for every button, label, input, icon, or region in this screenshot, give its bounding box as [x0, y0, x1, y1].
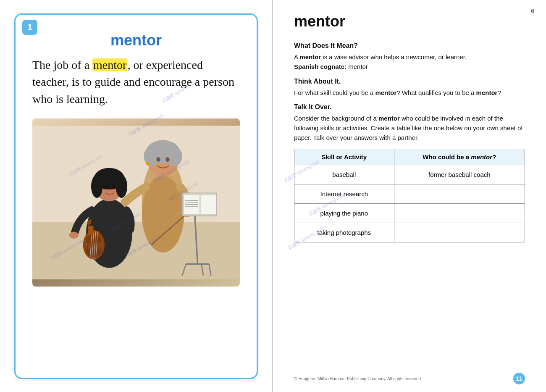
- section1-text1: A: [294, 53, 299, 61]
- activity-table: Skill or Activity Who could be a mentor?…: [294, 149, 525, 242]
- table-cell-skill-4: taking photographs: [294, 223, 394, 242]
- card-number: 1: [22, 20, 37, 35]
- left-page: 1 mentor The job of a mentor, or experie…: [0, 0, 273, 392]
- table-cell-mentor-1: former baseball coach: [394, 165, 525, 184]
- footer: © Houghton Mifflin Harcourt Publishing C…: [294, 373, 525, 384]
- card-illustration: 启蒙塾 qimeng.club 启蒙塾 qimeng.club 启蒙塾 qime…: [32, 118, 240, 287]
- svg-point-20: [112, 185, 116, 189]
- page-number-top: 6: [531, 8, 534, 14]
- card-definition-text: The job of a mentor, or experienced teac…: [32, 57, 240, 108]
- svg-point-19: [103, 185, 107, 189]
- table-header-mentor: Who could be a mentor?: [394, 149, 525, 165]
- table-cell-mentor-3: [394, 203, 525, 223]
- table-cell-skill-2: Internet research: [294, 184, 394, 203]
- copyright-text: © Houghton Mifflin Harcourt Publishing C…: [294, 376, 422, 381]
- svg-point-21: [69, 232, 79, 239]
- table-header-skill: Skill or Activity: [294, 149, 394, 165]
- table-row: taking photographs: [294, 223, 525, 242]
- section1-heading: What Does It Mean?: [294, 42, 525, 50]
- table-cell-mentor-2: [394, 184, 525, 203]
- table-cell-skill-3: playing the piano: [294, 203, 394, 223]
- section3-text: Consider the background of a mentor who …: [294, 113, 525, 143]
- svg-point-10: [165, 157, 169, 162]
- table-row: baseball former baseball coach: [294, 165, 525, 184]
- section1-bold1: mentor: [299, 53, 321, 61]
- text-before-highlight: The job of a: [32, 58, 92, 71]
- svg-point-9: [156, 157, 160, 162]
- svg-point-17: [91, 175, 102, 198]
- table-row: playing the piano: [294, 203, 525, 223]
- section1-text2: is a wise advisor who helps a newcomer, …: [321, 53, 467, 61]
- cognate-label: Spanish cognate:: [294, 63, 346, 70]
- section2-bold2: mentor: [476, 89, 498, 96]
- section3-heading: Talk It Over.: [294, 103, 525, 111]
- svg-point-18: [116, 175, 127, 198]
- svg-rect-25: [88, 243, 100, 249]
- section3-text1: Consider the background of a: [294, 115, 378, 122]
- table-cell-skill-1: baseball: [294, 165, 394, 184]
- svg-point-8: [167, 147, 182, 166]
- section2-text: For what skill could you be a mentor? Wh…: [294, 88, 525, 97]
- cognate-value: mentor: [346, 63, 368, 70]
- table-cell-mentor-4: [394, 223, 525, 242]
- section1-text: A mentor is a wise advisor who helps a n…: [294, 52, 525, 72]
- card-title: mentor: [110, 32, 162, 49]
- section3-bold: mentor: [378, 115, 400, 122]
- section2-text2: ? What qualifies you to be a: [396, 89, 476, 96]
- section2-heading: Think About It.: [294, 78, 525, 85]
- section2-text3: ?: [497, 89, 501, 96]
- illustration-svg: 启蒙塾 qimeng.club 启蒙塾 qimeng.club 启蒙塾 qime…: [32, 118, 240, 287]
- section2-text1: For what skill could you be a: [294, 89, 375, 96]
- svg-rect-38: [201, 195, 216, 214]
- vocabulary-card: 1 mentor The job of a mentor, or experie…: [14, 13, 258, 379]
- svg-rect-30: [88, 226, 94, 235]
- word-title: mentor: [294, 13, 525, 30]
- right-page: 6 mentor What Does It Mean? A mentor is …: [273, 0, 546, 392]
- highlighted-word: mentor: [92, 58, 127, 71]
- page-number-bottom: 11: [513, 373, 525, 384]
- table-row: Internet research: [294, 184, 525, 203]
- svg-point-11: [146, 161, 150, 165]
- section2-bold1: mentor: [375, 89, 396, 96]
